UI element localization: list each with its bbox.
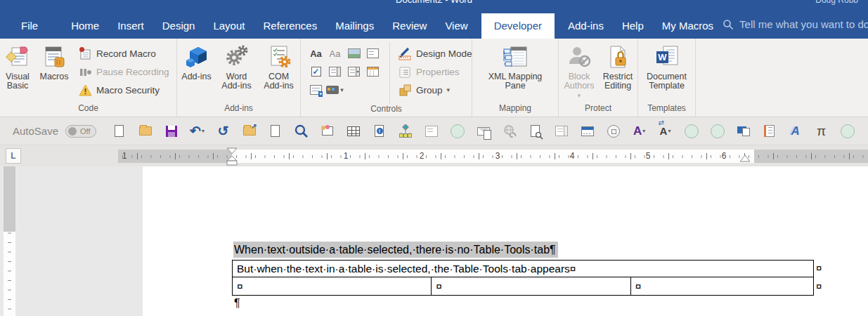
redo-icon[interactable]: ↺: [213, 121, 234, 142]
right-indent-marker[interactable]: [739, 154, 751, 163]
indent-markers[interactable]: [226, 147, 238, 166]
tab-help[interactable]: Help: [613, 13, 653, 39]
combo-box-content-control-icon[interactable]: [329, 67, 341, 77]
table-cell[interactable]: ¤: [630, 277, 813, 295]
block-authors-button: Block Authors ▾: [560, 41, 598, 100]
ruler-number: 1: [344, 152, 349, 161]
document-template-button[interactable]: W Document Template: [641, 41, 693, 91]
circle-macro-icon[interactable]: [707, 121, 728, 142]
chevron-down-icon: ▾: [447, 86, 451, 93]
word-add-ins-button[interactable]: Word Add-ins: [216, 41, 257, 91]
group-label-templates: Templates: [638, 103, 695, 117]
legacy-tools-icon[interactable]: [310, 85, 322, 95]
autosave-toggle[interactable]: Off: [65, 125, 96, 138]
group-button[interactable]: Group ▾: [399, 81, 472, 99]
macro-security-button[interactable]: Macro Security: [79, 81, 169, 99]
print-preview-icon[interactable]: [525, 121, 546, 142]
date-picker-content-control-icon[interactable]: [367, 67, 379, 77]
add-ins-button[interactable]: Add-ins: [179, 41, 215, 81]
org-chart-icon[interactable]: [395, 121, 416, 142]
tab-design[interactable]: Design: [153, 13, 205, 39]
record-macro-button[interactable]: Record Macro: [79, 44, 169, 62]
search-icon[interactable]: [291, 121, 312, 142]
new-document-icon[interactable]: [109, 121, 130, 142]
font-style-icon[interactable]: A▾: [629, 121, 650, 142]
ribbon-empty-space: [696, 39, 868, 117]
tab-review[interactable]: Review: [383, 13, 436, 39]
undo-icon[interactable]: ↶▾: [187, 121, 208, 142]
table-cell[interactable]: ¤: [431, 277, 630, 295]
circle-macro-icon[interactable]: [681, 121, 702, 142]
group-label-controls: Controls: [301, 103, 472, 117]
building-block-gallery-icon[interactable]: [367, 48, 379, 58]
hyperlink-globe-icon[interactable]: [499, 121, 520, 142]
text-effects-icon[interactable]: A: [785, 121, 806, 142]
chevron-down-icon: ▾: [578, 92, 581, 99]
record-macro-icon: [79, 47, 92, 60]
envelopes-stamps-icon[interactable]: [317, 121, 338, 142]
tell-me-search[interactable]: Tell me what you want to do: [723, 18, 868, 39]
xml-mapping-pane-button[interactable]: XML Mapping Pane: [477, 41, 554, 91]
address-book-icon[interactable]: [759, 121, 780, 142]
tab-layout[interactable]: Layout: [204, 13, 254, 39]
table-cell[interactable]: But·when·the·text·in·a·table·is·selected…: [233, 261, 813, 277]
form-fields-gray-icon[interactable]: [551, 121, 572, 142]
picture-content-control-icon[interactable]: [348, 48, 361, 58]
tab-insert[interactable]: Insert: [108, 13, 153, 39]
table-cell[interactable]: ¤: [233, 277, 431, 295]
circle-macro-icon[interactable]: [837, 121, 858, 142]
visual-basic-icon: [6, 44, 30, 70]
tab-my-macros[interactable]: My Macros: [653, 13, 723, 39]
toolbox-dropdown[interactable]: ▾: [326, 86, 344, 94]
paste-special-icon[interactable]: [733, 121, 754, 142]
tab-home[interactable]: Home: [62, 13, 108, 39]
list-properties-gray-icon[interactable]: [421, 121, 442, 142]
group-protect: Block Authors ▾ Restrict Editing: [559, 39, 638, 117]
tab-references[interactable]: References: [254, 13, 326, 39]
translate-icon[interactable]: A▾: [655, 121, 676, 142]
table-row[interactable]: But·when·the·text·in·a·table·is·selected…: [232, 260, 814, 277]
quick-access-toolbar: AutoSave Off ↶▾ ↺ ↗ i A▾ A▾: [0, 117, 868, 145]
group-label-code: Code: [0, 103, 176, 117]
tab-file[interactable]: File: [7, 13, 52, 39]
search-icon: [723, 19, 734, 30]
com-add-ins-button[interactable]: COM Add-ins: [259, 41, 299, 91]
blank-document-icon[interactable]: [265, 121, 286, 142]
checkbox-content-control-icon[interactable]: ✓: [311, 67, 321, 77]
horizontal-ruler: L 1 1 2 3 4 5 6: [0, 145, 868, 166]
group-label-add-ins: Add-ins: [177, 103, 300, 117]
selected-paragraph[interactable]: When·text·outside·a·table·selected,·ther…: [233, 242, 558, 258]
rich-text-content-control-icon[interactable]: Aa: [310, 48, 322, 59]
developer-ribbon: Visual Basic Macros: [0, 39, 868, 117]
send-mail-icon[interactable]: [473, 121, 494, 142]
ruler-number: 5: [646, 152, 651, 161]
document-area: When·text·outside·a·table·selected,·ther…: [0, 166, 868, 316]
insert-table-icon[interactable]: [343, 121, 364, 142]
restrict-editing-button[interactable]: Restrict Editing: [600, 41, 636, 91]
open-recent-folder-icon[interactable]: ↗: [239, 121, 260, 142]
enclose-characters-icon[interactable]: [603, 121, 624, 142]
tab-view[interactable]: View: [436, 13, 477, 39]
open-folder-icon[interactable]: [135, 121, 156, 142]
design-mode-button[interactable]: Design Mode: [399, 44, 472, 62]
equation-icon[interactable]: π: [811, 121, 832, 142]
ruler-number: 1: [122, 152, 127, 161]
document-table[interactable]: But·when·the·text·in·a·table·is·selected…: [232, 260, 814, 296]
document-template-icon: W: [654, 44, 680, 70]
ruler-number: 2: [420, 152, 425, 161]
block-authors-icon: [567, 44, 591, 70]
ribbon-tab-row: File Home Insert Design Layout Reference…: [0, 7, 868, 39]
window-split-icon[interactable]: [577, 121, 598, 142]
plain-text-content-control-icon[interactable]: Aa: [330, 48, 341, 59]
circle-macro-icon[interactable]: [447, 121, 468, 142]
table-row[interactable]: ¤ ¤ ¤: [232, 277, 814, 296]
document-info-icon[interactable]: i: [369, 121, 390, 142]
tab-stop-selector[interactable]: L: [6, 148, 21, 164]
macros-button[interactable]: Macros: [35, 41, 73, 81]
tab-add-ins[interactable]: Add-ins: [559, 13, 613, 39]
tab-mailings[interactable]: Mailings: [326, 13, 383, 39]
visual-basic-button[interactable]: Visual Basic: [0, 41, 35, 91]
dropdown-list-content-control-icon[interactable]: ▾: [348, 67, 360, 77]
save-icon[interactable]: [161, 121, 182, 142]
tab-developer[interactable]: Developer: [481, 13, 555, 39]
